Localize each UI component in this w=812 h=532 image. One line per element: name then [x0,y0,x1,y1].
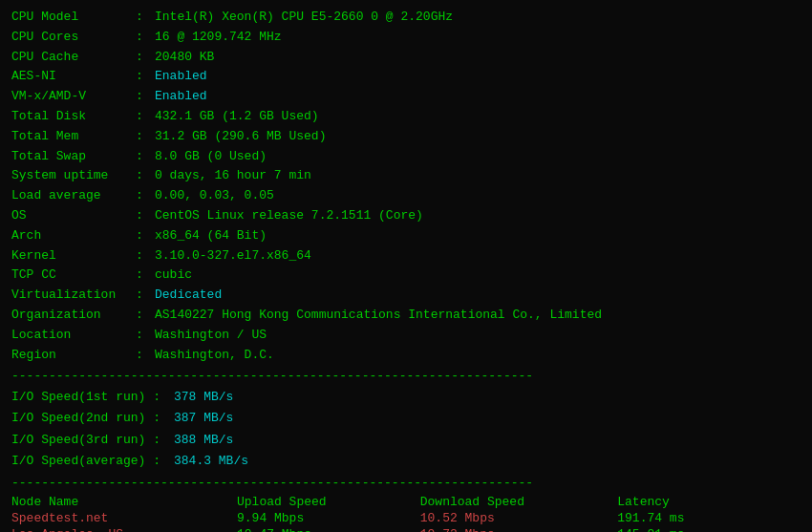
cpu-model-label: CPU Model [11,8,136,28]
upload-speed: 10.47 Mbps [237,526,420,532]
cpu-cores-row: CPU Cores : 16 @ 1209.742 MHz [11,28,801,48]
tcp-cc-row: TCP CC : cubic [11,266,801,286]
tcp-cc-value: cubic [155,266,192,286]
cpu-cores-value: 16 @ 1209.742 MHz [155,28,282,48]
cpu-cores-label: CPU Cores [11,28,136,48]
cpu-cache-label: CPU Cache [11,48,136,68]
speed-table-header: Node Name Upload Speed Download Speed La… [11,494,801,510]
tcp-cc-label: TCP CC [11,266,136,286]
total-mem-row: Total Mem : 31.2 GB (290.6 MB Used) [11,127,801,147]
header-download: Download Speed [420,494,618,510]
os-label: OS [11,206,136,226]
system-uptime-value: 0 days, 16 hour 7 min [155,166,311,186]
load-average-label: Load average [11,186,136,206]
cpu-cache-row: CPU Cache : 20480 KB [11,48,801,68]
io-run2-value: 387 MB/s [174,408,233,429]
vm-amd-v-label: VM-x/AMD-V [11,87,136,107]
io-run2-label: I/O Speed(2nd run) : [11,408,174,429]
latency: 191.74 ms [617,510,801,526]
latency: 145.01 ms [617,526,801,532]
io-run3-row: I/O Speed(3rd run) : 388 MB/s [11,430,801,451]
aes-ni-row: AES-NI : Enabled [11,67,801,87]
header-upload: Upload Speed [237,494,420,510]
location-value: Washington / US [155,326,267,346]
region-row: Region : Washington, D.C. [11,346,801,366]
io-run1-label: I/O Speed(1st run) : [11,387,174,408]
total-mem-value: 31.2 GB (290.6 MB Used) [155,127,326,147]
kernel-value: 3.10.0-327.el7.x86_64 [155,246,311,266]
upload-speed: 9.94 Mbps [237,510,420,526]
arch-row: Arch : x86_64 (64 Bit) [11,226,801,246]
organization-value: AS140227 Hong Kong Communications Intern… [155,306,602,326]
total-mem-label: Total Mem [11,127,136,147]
vm-amd-v-value: Enabled [155,87,207,107]
io-run3-label: I/O Speed(3rd run) : [11,430,174,451]
virtualization-row: Virtualization : Dedicated [11,286,801,306]
table-row: Los Angeles, US10.47 Mbps10.73 Mbps145.0… [11,526,801,532]
divider-2: ----------------------------------------… [11,476,801,490]
total-disk-label: Total Disk [11,107,136,127]
header-latency: Latency [617,494,801,510]
io-run3-value: 388 MB/s [174,430,233,451]
organization-row: Organization : AS140227 Hong Kong Commun… [11,306,801,326]
io-speed-section: I/O Speed(1st run) : 378 MB/s I/O Speed(… [11,387,801,471]
node-name: Los Angeles, US [11,526,237,532]
io-run2-row: I/O Speed(2nd run) : 387 MB/s [11,408,801,429]
header-node: Node Name [11,494,237,510]
region-label: Region [11,346,136,366]
table-row: Speedtest.net9.94 Mbps10.52 Mbps191.74 m… [11,510,801,526]
cpu-model-value: Intel(R) Xeon(R) CPU E5-2660 0 @ 2.20GHz [155,8,453,28]
io-avg-row: I/O Speed(average) : 384.3 MB/s [11,451,801,472]
total-swap-value: 8.0 GB (0 Used) [155,147,267,167]
io-avg-value: 384.3 MB/s [174,451,248,472]
aes-ni-label: AES-NI [11,67,136,87]
system-uptime-row: System uptime : 0 days, 16 hour 7 min [11,166,801,186]
divider-1: ----------------------------------------… [11,369,801,383]
speed-table: Node Name Upload Speed Download Speed La… [11,494,801,532]
kernel-label: Kernel [11,246,136,266]
total-disk-row: Total Disk : 432.1 GB (1.2 GB Used) [11,107,801,127]
node-name: Speedtest.net [11,510,237,526]
aes-ni-value: Enabled [155,67,207,87]
total-swap-label: Total Swap [11,147,136,167]
system-uptime-label: System uptime [11,166,136,186]
cpu-model-row: CPU Model : Intel(R) Xeon(R) CPU E5-2660… [11,8,801,28]
load-average-row: Load average : 0.00, 0.03, 0.05 [11,186,801,206]
arch-label: Arch [11,226,136,246]
system-info: CPU Model : Intel(R) Xeon(R) CPU E5-2660… [11,8,801,365]
total-disk-value: 432.1 GB (1.2 GB Used) [155,107,319,127]
kernel-row: Kernel : 3.10.0-327.el7.x86_64 [11,246,801,266]
virtualization-value: Dedicated [155,286,222,306]
vm-amd-v-row: VM-x/AMD-V : Enabled [11,87,801,107]
cpu-cache-value: 20480 KB [155,48,214,68]
os-row: OS : CentOS Linux release 7.2.1511 (Core… [11,206,801,226]
region-value: Washington, D.C. [155,346,274,366]
io-avg-label: I/O Speed(average) : [11,451,174,472]
os-value: CentOS Linux release 7.2.1511 (Core) [155,206,423,226]
download-speed: 10.73 Mbps [420,526,618,532]
organization-label: Organization [11,306,136,326]
io-run1-row: I/O Speed(1st run) : 378 MB/s [11,387,801,408]
location-row: Location : Washington / US [11,326,801,346]
download-speed: 10.52 Mbps [420,510,618,526]
speed-table-body: Speedtest.net9.94 Mbps10.52 Mbps191.74 m… [11,510,801,532]
location-label: Location [11,326,136,346]
virtualization-label: Virtualization [11,286,136,306]
total-swap-row: Total Swap : 8.0 GB (0 Used) [11,147,801,167]
arch-value: x86_64 (64 Bit) [155,226,267,246]
io-run1-value: 378 MB/s [174,387,233,408]
load-average-value: 0.00, 0.03, 0.05 [155,186,274,206]
